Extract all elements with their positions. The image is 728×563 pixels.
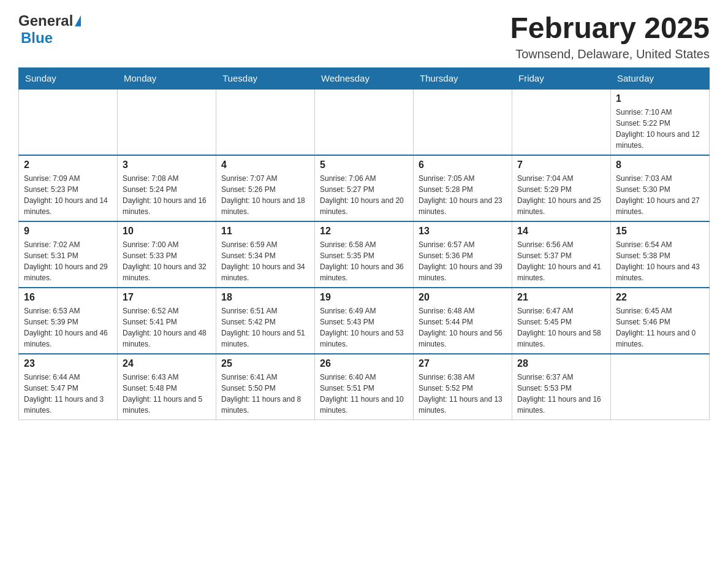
header-friday: Friday (512, 67, 611, 89)
day-info: Sunrise: 7:09 AM Sunset: 5:23 PM Dayligh… (24, 173, 112, 217)
table-row (19, 89, 118, 155)
header-title-area: February 2025 Townsend, Delaware, United… (510, 12, 710, 61)
day-number: 12 (320, 226, 408, 237)
day-number: 9 (24, 226, 112, 237)
day-info: Sunrise: 6:44 AM Sunset: 5:47 PM Dayligh… (24, 372, 112, 416)
day-info: Sunrise: 6:47 AM Sunset: 5:45 PM Dayligh… (517, 305, 605, 350)
table-row (611, 354, 710, 420)
day-info: Sunrise: 6:57 AM Sunset: 5:36 PM Dayligh… (419, 239, 507, 283)
table-row: 25Sunrise: 6:41 AM Sunset: 5:50 PM Dayli… (216, 354, 315, 420)
calendar-week-row: 16Sunrise: 6:53 AM Sunset: 5:39 PM Dayli… (19, 288, 710, 354)
table-row: 4Sunrise: 7:07 AM Sunset: 5:26 PM Daylig… (216, 155, 315, 221)
calendar-week-row: 2Sunrise: 7:09 AM Sunset: 5:23 PM Daylig… (19, 155, 710, 221)
day-info: Sunrise: 6:41 AM Sunset: 5:50 PM Dayligh… (221, 372, 309, 416)
table-row: 8Sunrise: 7:03 AM Sunset: 5:30 PM Daylig… (611, 155, 710, 221)
day-number: 2 (24, 159, 112, 170)
table-row: 13Sunrise: 6:57 AM Sunset: 5:36 PM Dayli… (414, 221, 512, 288)
table-row: 16Sunrise: 6:53 AM Sunset: 5:39 PM Dayli… (19, 288, 118, 354)
day-info: Sunrise: 6:54 AM Sunset: 5:38 PM Dayligh… (616, 239, 704, 283)
day-info: Sunrise: 7:03 AM Sunset: 5:30 PM Dayligh… (616, 173, 704, 217)
day-number: 21 (517, 292, 605, 303)
day-info: Sunrise: 6:38 AM Sunset: 5:52 PM Dayligh… (419, 372, 507, 416)
day-info: Sunrise: 6:48 AM Sunset: 5:44 PM Dayligh… (419, 305, 507, 350)
day-info: Sunrise: 6:59 AM Sunset: 5:34 PM Dayligh… (221, 239, 309, 283)
day-number: 15 (616, 226, 704, 237)
header-sunday: Sunday (19, 67, 118, 89)
table-row: 23Sunrise: 6:44 AM Sunset: 5:47 PM Dayli… (19, 354, 118, 420)
day-info: Sunrise: 6:56 AM Sunset: 5:37 PM Dayligh… (517, 239, 605, 283)
calendar-week-row: 9Sunrise: 7:02 AM Sunset: 5:31 PM Daylig… (19, 221, 710, 288)
day-info: Sunrise: 6:58 AM Sunset: 5:35 PM Dayligh… (320, 239, 408, 283)
table-row: 28Sunrise: 6:37 AM Sunset: 5:53 PM Dayli… (512, 354, 611, 420)
day-number: 18 (221, 292, 309, 303)
day-info: Sunrise: 6:43 AM Sunset: 5:48 PM Dayligh… (123, 372, 211, 416)
day-info: Sunrise: 6:49 AM Sunset: 5:43 PM Dayligh… (320, 305, 408, 350)
day-info: Sunrise: 6:45 AM Sunset: 5:46 PM Dayligh… (616, 305, 704, 350)
table-row: 24Sunrise: 6:43 AM Sunset: 5:48 PM Dayli… (118, 354, 216, 420)
day-info: Sunrise: 6:53 AM Sunset: 5:39 PM Dayligh… (24, 305, 112, 350)
table-row: 18Sunrise: 6:51 AM Sunset: 5:42 PM Dayli… (216, 288, 315, 354)
header-monday: Monday (118, 67, 216, 89)
table-row (315, 89, 414, 155)
table-row: 22Sunrise: 6:45 AM Sunset: 5:46 PM Dayli… (611, 288, 710, 354)
day-number: 11 (221, 226, 309, 237)
day-info: Sunrise: 7:02 AM Sunset: 5:31 PM Dayligh… (24, 239, 112, 283)
page-header: General Blue February 2025 Townsend, Del… (18, 12, 710, 61)
day-number: 20 (419, 292, 507, 303)
logo: General Blue (18, 12, 81, 47)
day-number: 19 (320, 292, 408, 303)
day-info: Sunrise: 7:04 AM Sunset: 5:29 PM Dayligh… (517, 173, 605, 217)
day-info: Sunrise: 7:06 AM Sunset: 5:27 PM Dayligh… (320, 173, 408, 217)
day-info: Sunrise: 7:07 AM Sunset: 5:26 PM Dayligh… (221, 173, 309, 217)
day-info: Sunrise: 6:51 AM Sunset: 5:42 PM Dayligh… (221, 305, 309, 350)
table-row: 12Sunrise: 6:58 AM Sunset: 5:35 PM Dayli… (315, 221, 414, 288)
table-row: 6Sunrise: 7:05 AM Sunset: 5:28 PM Daylig… (414, 155, 512, 221)
table-row: 19Sunrise: 6:49 AM Sunset: 5:43 PM Dayli… (315, 288, 414, 354)
table-row: 17Sunrise: 6:52 AM Sunset: 5:41 PM Dayli… (118, 288, 216, 354)
table-row: 11Sunrise: 6:59 AM Sunset: 5:34 PM Dayli… (216, 221, 315, 288)
day-number: 10 (123, 226, 211, 237)
header-thursday: Thursday (414, 67, 512, 89)
calendar-header-row: Sunday Monday Tuesday Wednesday Thursday… (19, 67, 710, 89)
day-number: 13 (419, 226, 507, 237)
table-row: 7Sunrise: 7:04 AM Sunset: 5:29 PM Daylig… (512, 155, 611, 221)
day-number: 6 (419, 159, 507, 170)
location-subtitle: Townsend, Delaware, United States (510, 47, 710, 61)
day-info: Sunrise: 7:10 AM Sunset: 5:22 PM Dayligh… (616, 107, 704, 151)
day-number: 26 (320, 358, 408, 369)
day-info: Sunrise: 6:52 AM Sunset: 5:41 PM Dayligh… (123, 305, 211, 350)
header-wednesday: Wednesday (315, 67, 414, 89)
table-row: 20Sunrise: 6:48 AM Sunset: 5:44 PM Dayli… (414, 288, 512, 354)
logo-blue-text: Blue (21, 29, 53, 47)
day-number: 7 (517, 159, 605, 170)
day-number: 3 (123, 159, 211, 170)
day-number: 25 (221, 358, 309, 369)
table-row: 5Sunrise: 7:06 AM Sunset: 5:27 PM Daylig… (315, 155, 414, 221)
table-row: 9Sunrise: 7:02 AM Sunset: 5:31 PM Daylig… (19, 221, 118, 288)
table-row: 15Sunrise: 6:54 AM Sunset: 5:38 PM Dayli… (611, 221, 710, 288)
day-number: 4 (221, 159, 309, 170)
day-number: 27 (419, 358, 507, 369)
day-info: Sunrise: 7:08 AM Sunset: 5:24 PM Dayligh… (123, 173, 211, 217)
header-saturday: Saturday (611, 67, 710, 89)
logo-triangle-icon (75, 15, 81, 26)
day-number: 5 (320, 159, 408, 170)
table-row: 10Sunrise: 7:00 AM Sunset: 5:33 PM Dayli… (118, 221, 216, 288)
day-number: 22 (616, 292, 704, 303)
calendar-week-row: 23Sunrise: 6:44 AM Sunset: 5:47 PM Dayli… (19, 354, 710, 420)
day-number: 1 (616, 93, 704, 104)
day-number: 23 (24, 358, 112, 369)
table-row: 14Sunrise: 6:56 AM Sunset: 5:37 PM Dayli… (512, 221, 611, 288)
day-number: 17 (123, 292, 211, 303)
table-row: 26Sunrise: 6:40 AM Sunset: 5:51 PM Dayli… (315, 354, 414, 420)
day-number: 14 (517, 226, 605, 237)
header-tuesday: Tuesday (216, 67, 315, 89)
table-row (118, 89, 216, 155)
logo-general-text: General (18, 12, 73, 29)
day-number: 16 (24, 292, 112, 303)
table-row (414, 89, 512, 155)
day-info: Sunrise: 7:00 AM Sunset: 5:33 PM Dayligh… (123, 239, 211, 283)
table-row: 3Sunrise: 7:08 AM Sunset: 5:24 PM Daylig… (118, 155, 216, 221)
table-row: 2Sunrise: 7:09 AM Sunset: 5:23 PM Daylig… (19, 155, 118, 221)
day-info: Sunrise: 6:40 AM Sunset: 5:51 PM Dayligh… (320, 372, 408, 416)
